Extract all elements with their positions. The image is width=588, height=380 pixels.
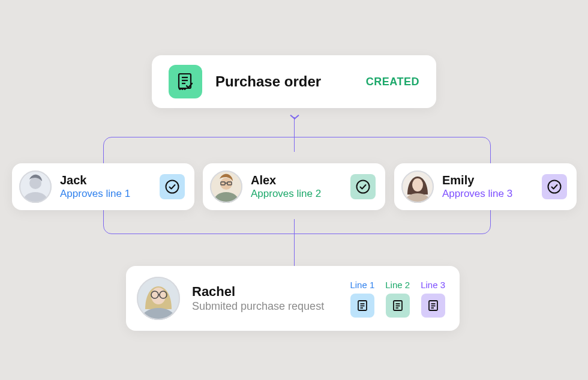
- svg-point-16: [357, 181, 370, 193]
- flow-line-bottom: [294, 219, 295, 266]
- approver-action: Approves line 2: [251, 187, 342, 200]
- requester-card: Rachel Submited purchase request Line 1 …: [126, 266, 460, 331]
- avatar: [210, 170, 242, 203]
- line-label: Line 1: [350, 280, 374, 290]
- check-circle-icon: [350, 174, 376, 199]
- approver-name: Alex: [251, 173, 342, 187]
- requester-action: Submited purchase request: [192, 300, 338, 313]
- approver-card-alex: Alex Approves line 2: [203, 163, 385, 210]
- approver-action: Approves line 3: [442, 187, 533, 200]
- document-icon: [386, 294, 410, 318]
- document-check-icon: [169, 65, 202, 98]
- purchase-order-status-badge: CREATED: [366, 76, 419, 88]
- requester-text: Rachel Submited purchase request: [192, 283, 338, 314]
- approver-card-jack: Jack Approves line 1: [12, 163, 194, 210]
- approver-name: Emily: [442, 173, 533, 187]
- avatar: [137, 277, 180, 320]
- svg-point-11: [220, 178, 232, 190]
- avatar: [401, 170, 434, 203]
- document-icon: [350, 294, 374, 318]
- purchase-order-card: Purchase order CREATED: [152, 55, 436, 108]
- approver-text: Emily Approves line 3: [442, 173, 533, 200]
- line-item-1: Line 1: [350, 280, 374, 318]
- approver-text: Alex Approves line 2: [251, 173, 342, 200]
- line-item-2: Line 2: [385, 280, 410, 318]
- avatar: [19, 170, 52, 203]
- document-icon: [421, 294, 445, 318]
- svg-point-8: [166, 181, 179, 193]
- requester-name: Rachel: [192, 283, 338, 300]
- svg-point-19: [412, 178, 423, 192]
- check-circle-icon: [542, 174, 567, 199]
- check-circle-icon: [160, 174, 185, 199]
- line-item-3: Line 3: [421, 280, 445, 318]
- purchase-order-title: Purchase order: [215, 73, 353, 90]
- approver-action: Approves line 1: [60, 187, 151, 200]
- request-lines: Line 1 Line 2 Line 3: [350, 280, 445, 318]
- approver-name: Jack: [60, 173, 151, 187]
- flow-line-top: [294, 117, 295, 152]
- approver-text: Jack Approves line 1: [60, 173, 151, 200]
- line-label: Line 2: [385, 280, 410, 290]
- approver-card-emily: Emily Approves line 3: [394, 163, 577, 210]
- svg-point-21: [548, 181, 561, 193]
- line-label: Line 3: [421, 280, 445, 290]
